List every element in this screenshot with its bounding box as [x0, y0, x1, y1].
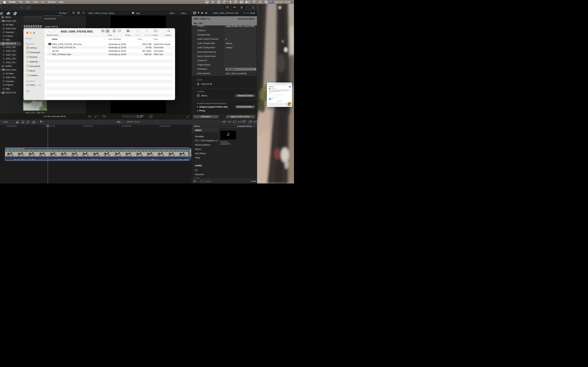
svg-text:00:00:08:00: 00:00:08:00 — [160, 125, 170, 127]
svg-text:★: ★ — [3, 16, 4, 17]
svg-text:00:00:04:00: 00:00:04:00 — [83, 125, 93, 127]
svg-text:★: ★ — [197, 96, 198, 97]
svg-text:★: ★ — [2, 43, 4, 44]
svg-text:★: ★ — [199, 94, 199, 95]
svg-text:★: ★ — [2, 16, 2, 17]
svg-text:★: ★ — [2, 92, 4, 94]
svg-text:★: ★ — [197, 94, 198, 95]
svg-text:★: ★ — [2, 17, 2, 18]
svg-text:★: ★ — [199, 96, 199, 97]
svg-text:00:00:02:00: 00:00:02:00 — [45, 125, 55, 127]
svg-text:00:00:06:00: 00:00:06:00 — [122, 125, 132, 127]
svg-text:★: ★ — [3, 17, 4, 18]
svg-text:⌘: ⌘ — [242, 1, 243, 3]
svg-text:00:00:00:00: 00:00:00:00 — [7, 125, 17, 127]
